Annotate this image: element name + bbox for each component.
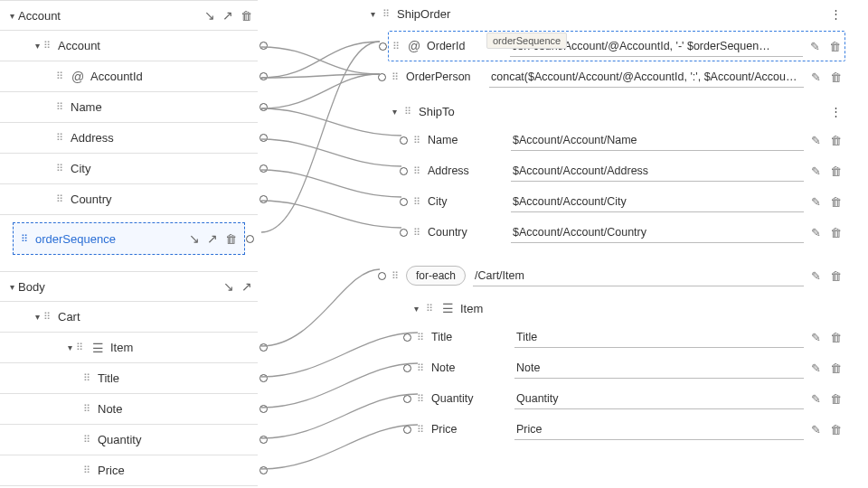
drag-icon[interactable]: ⠿	[404, 106, 415, 117]
connector-in[interactable]	[378, 73, 386, 81]
delete-icon[interactable]: 🗑	[830, 361, 842, 375]
expand-out-icon[interactable]: ↗	[241, 279, 252, 294]
tree-account-root[interactable]: ▾ Account ↘ ↗ 🗑	[0, 0, 258, 31]
chevron-down-icon[interactable]: ▾	[5, 11, 18, 21]
delete-icon[interactable]: 🗑	[830, 226, 842, 239]
drag-icon[interactable]: ⠿	[56, 193, 67, 205]
for-each-pill[interactable]: for-each	[406, 266, 466, 286]
drag-icon[interactable]: ⠿	[83, 465, 94, 476]
connector-in[interactable]	[403, 426, 411, 434]
tree-ordersequence-selected[interactable]: ⠿ orderSequence ↘ ↗ 🗑	[13, 222, 245, 255]
edit-icon[interactable]: ✎	[811, 269, 821, 283]
connector-out[interactable]	[259, 164, 268, 173]
tree-cart[interactable]: ▾ ⠿ Cart	[0, 302, 258, 333]
drag-icon[interactable]: ⠿	[83, 434, 94, 446]
edit-icon[interactable]: ✎	[811, 361, 821, 375]
connector-in[interactable]	[400, 198, 408, 206]
mapping-orderperson[interactable]: ⠿ OrderPerson concat($Account/Account/@A…	[388, 61, 845, 92]
connector-in[interactable]	[400, 229, 408, 237]
drag-icon[interactable]: ⠿	[56, 101, 67, 113]
mapping-city[interactable]: ⠿City$Account/Account/City✎🗑	[410, 186, 845, 217]
drag-icon[interactable]: ⠿	[83, 403, 94, 415]
drag-icon[interactable]: ⠿	[426, 303, 437, 314]
delete-icon[interactable]: 🗑	[830, 331, 842, 344]
connector-in[interactable]	[403, 333, 411, 342]
delete-icon[interactable]: 🗑	[830, 195, 842, 209]
connector-in[interactable]	[400, 167, 408, 175]
delete-icon[interactable]: 🗑	[830, 269, 842, 283]
tree-field-accountid[interactable]: ⠿ @ AccountId	[0, 61, 258, 92]
drag-icon[interactable]: ⠿	[56, 70, 67, 82]
tree-account-child[interactable]: ▾ ⠿ Account	[0, 31, 258, 61]
field-value[interactable]: /Cart/Item	[473, 266, 804, 286]
drag-icon[interactable]: ⠿	[76, 342, 87, 353]
edit-icon[interactable]: ✎	[811, 423, 821, 436]
tree-item-title[interactable]: ⠿ Title	[0, 363, 258, 394]
edit-icon[interactable]: ✎	[811, 392, 821, 406]
tree-field-address[interactable]: ⠿ Address	[0, 123, 258, 154]
drag-icon[interactable]: ⠿	[21, 233, 32, 245]
connector-out[interactable]	[259, 405, 268, 413]
target-shipto-header[interactable]: ▾ ⠿ ShipTo ⋮	[388, 98, 845, 125]
drag-icon[interactable]: ⠿	[417, 424, 428, 436]
mapping-for-each[interactable]: ⠿ for-each /Cart/Item ✎🗑	[388, 260, 845, 291]
connector-in[interactable]	[400, 136, 408, 145]
mapping-name[interactable]: ⠿Name$Account/Account/Name✎🗑	[410, 125, 845, 155]
delete-icon[interactable]: 🗑	[830, 423, 842, 436]
connector-out[interactable]	[259, 343, 268, 352]
drag-icon[interactable]: ⠿	[417, 332, 428, 343]
field-value[interactable]: concat($Account/Account/@AccountId, ':',…	[489, 67, 804, 88]
tree-field-name[interactable]: ⠿ Name	[0, 92, 258, 123]
drag-icon[interactable]: ⠿	[382, 8, 393, 20]
tree-field-city[interactable]: ⠿ City	[0, 154, 258, 184]
drag-icon[interactable]: ⠿	[413, 196, 424, 208]
expand-out-icon[interactable]: ↗	[222, 8, 233, 23]
field-value[interactable]: $Account/Account/Address	[511, 161, 804, 182]
drag-icon[interactable]: ⠿	[417, 393, 428, 405]
mapping-item-price[interactable]: ⠿PricePrice✎🗑	[413, 414, 845, 445]
connector-out[interactable]	[259, 195, 268, 203]
connector-out[interactable]	[259, 134, 268, 142]
tree-item-note[interactable]: ⠿ Note	[0, 394, 258, 425]
more-icon[interactable]: ⋮	[826, 105, 845, 118]
delete-icon[interactable]: 🗑	[830, 164, 842, 178]
delete-icon[interactable]: 🗑	[829, 40, 841, 53]
connector-out[interactable]	[259, 374, 268, 382]
edit-icon[interactable]: ✎	[811, 70, 821, 84]
expand-out-icon[interactable]: ↗	[207, 231, 218, 246]
field-value[interactable]: Note	[514, 358, 804, 379]
connector-out[interactable]	[259, 103, 268, 111]
edit-icon[interactable]: ✎	[811, 226, 821, 239]
more-icon[interactable]: ⋮	[826, 7, 845, 21]
chevron-down-icon[interactable]: ▾	[366, 9, 379, 19]
edit-icon[interactable]: ✎	[811, 164, 821, 178]
delete-icon[interactable]: 🗑	[830, 134, 842, 147]
target-shiporder-header[interactable]: ▾ ⠿ ShipOrder ⋮	[366, 0, 845, 27]
delete-icon[interactable]: 🗑	[830, 70, 842, 84]
connector-out[interactable]	[259, 72, 268, 80]
connector-in[interactable]	[403, 364, 411, 372]
chevron-down-icon[interactable]: ▾	[410, 304, 422, 314]
field-value[interactable]: Quantity	[514, 389, 804, 409]
chevron-down-icon[interactable]: ▾	[5, 282, 18, 292]
mapping-country[interactable]: ⠿Country$Account/Account/Country✎🗑	[410, 217, 845, 248]
connector-in[interactable]	[378, 272, 386, 280]
chevron-down-icon[interactable]: ▾	[63, 343, 76, 352]
tree-cart-item[interactable]: ▾ ⠿ ☰ Item	[0, 333, 258, 363]
chevron-down-icon[interactable]: ▾	[388, 107, 401, 117]
tree-body-root[interactable]: ▾ Body ↘ ↗	[0, 271, 258, 302]
connector-out[interactable]	[259, 436, 268, 444]
field-value[interactable]: $Account/Account/City	[511, 192, 804, 212]
drag-icon[interactable]: ⠿	[413, 227, 424, 239]
connector-out[interactable]	[246, 235, 254, 243]
target-item-header[interactable]: ▾ ⠿ ☰ Item	[410, 295, 845, 322]
tree-field-country[interactable]: ⠿ Country	[0, 184, 258, 215]
connector-in[interactable]	[379, 42, 387, 51]
drag-icon[interactable]: ⠿	[417, 362, 428, 374]
delete-icon[interactable]: 🗑	[225, 232, 237, 246]
edit-icon[interactable]: ✎	[811, 134, 821, 147]
field-value[interactable]: Price	[514, 419, 804, 440]
delete-icon[interactable]: 🗑	[241, 9, 252, 23]
mapping-orderid[interactable]: ⠿ @ OrderId con count/Account/@AccountId…	[388, 31, 845, 61]
field-value[interactable]: Title	[514, 327, 804, 348]
